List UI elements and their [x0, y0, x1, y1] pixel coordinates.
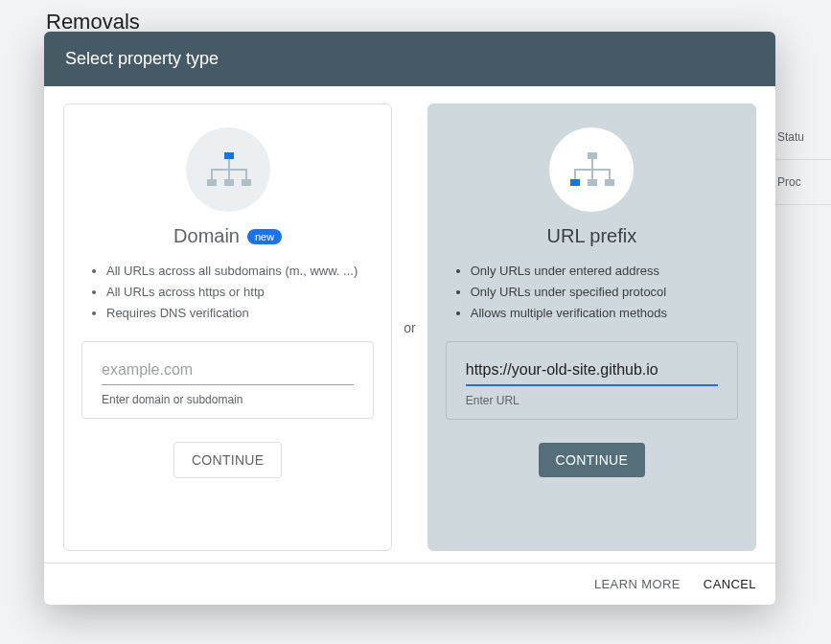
right-col-proc: Proc: [773, 160, 831, 205]
url-input[interactable]: [466, 357, 718, 386]
domain-bullet: All URLs across all subdomains (m., www.…: [106, 261, 374, 282]
domain-bullet: Requires DNS verification: [106, 303, 374, 324]
property-type-modal: Select property type Domain new All URLs…: [44, 32, 775, 605]
url-bullets: Only URLs under entered address Only URL…: [446, 261, 738, 324]
sitemap-icon: [186, 127, 270, 212]
svg-rect-4: [588, 152, 597, 159]
url-bullet: Only URLs under specified protocol: [471, 282, 738, 303]
svg-rect-6: [588, 179, 597, 186]
modal-body: Domain new All URLs across all subdomain…: [44, 86, 775, 563]
sitemap-icon: [549, 127, 634, 212]
url-card-title: URL prefix: [547, 225, 637, 247]
svg-rect-7: [605, 179, 614, 186]
domain-bullet: All URLs across https or http: [106, 282, 374, 303]
url-bullet: Only URLs under entered address: [471, 261, 738, 282]
new-badge: new: [247, 229, 282, 244]
url-input-box: Enter URL: [446, 341, 738, 420]
domain-bullets: All URLs across all subdomains (m., www.…: [81, 261, 374, 324]
right-col-status: Statu: [773, 115, 831, 160]
domain-continue-button[interactable]: CONTINUE: [173, 442, 283, 478]
modal-title: Select property type: [44, 32, 775, 86]
svg-rect-0: [224, 152, 234, 159]
svg-rect-3: [242, 179, 251, 186]
domain-input-box: Enter domain or subdomain: [81, 341, 374, 419]
background-right-column: Statu Proc: [773, 115, 831, 205]
url-bullet: Allows multiple verification methods: [471, 303, 738, 324]
url-continue-button[interactable]: CONTINUE: [539, 443, 646, 477]
domain-card-title: Domain: [173, 225, 240, 247]
domain-input[interactable]: [102, 357, 354, 385]
svg-rect-2: [224, 179, 234, 186]
svg-rect-1: [207, 179, 217, 186]
url-input-hint: Enter URL: [466, 394, 718, 407]
learn-more-button[interactable]: LEARN MORE: [594, 577, 681, 591]
domain-card-title-row: Domain new: [173, 225, 282, 247]
modal-footer: LEARN MORE CANCEL: [44, 563, 775, 605]
or-label: or: [402, 320, 417, 335]
domain-input-hint: Enter domain or subdomain: [102, 393, 354, 406]
cancel-button[interactable]: CANCEL: [704, 577, 756, 591]
domain-card[interactable]: Domain new All URLs across all subdomain…: [63, 104, 392, 551]
url-prefix-card[interactable]: URL prefix Only URLs under entered addre…: [427, 104, 756, 551]
svg-rect-5: [570, 179, 580, 186]
